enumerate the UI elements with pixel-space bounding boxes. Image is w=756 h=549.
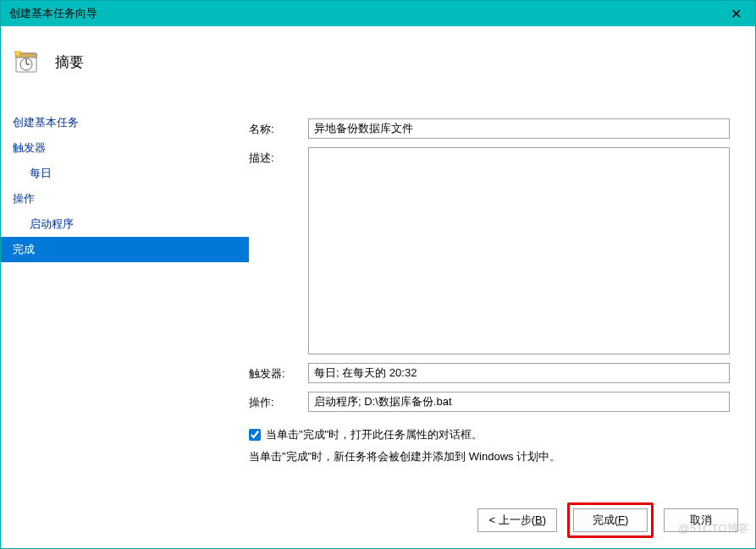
page-heading: 摘要 <box>55 52 84 72</box>
input-action <box>308 392 730 412</box>
wizard-window: 创建基本任务向导 ✕ 摘要 创建基本任务 触发器 每日 操作 启动程序 完成 <box>0 0 756 549</box>
checkbox-open-properties-label: 当单击"完成"时，打开此任务属性的对话框。 <box>266 427 483 442</box>
body-area: 创建基本任务 触发器 每日 操作 启动程序 完成 名称: 描述: 触发器: 操作… <box>1 98 755 548</box>
step-finish[interactable]: 完成 <box>1 237 249 262</box>
label-description: 描述: <box>249 147 308 166</box>
info-text: 当单击"完成"时，新任务将会被创建并添加到 Windows 计划中。 <box>249 449 730 464</box>
wizard-steps-sidebar: 创建基本任务 触发器 每日 操作 启动程序 完成 <box>1 98 249 548</box>
close-icon: ✕ <box>731 6 742 22</box>
checkbox-open-properties[interactable] <box>249 429 261 441</box>
finish-button-highlight: 完成(F) <box>567 502 654 538</box>
back-button[interactable]: < 上一步(B) <box>477 508 557 532</box>
input-trigger <box>308 363 730 383</box>
row-action: 操作: <box>249 392 730 412</box>
step-daily[interactable]: 每日 <box>1 161 249 186</box>
finish-button[interactable]: 完成(F) <box>573 508 648 532</box>
input-description[interactable] <box>308 147 730 354</box>
wizard-icon <box>13 48 40 75</box>
titlebar: 创建基本任务向导 ✕ <box>1 1 755 26</box>
content-panel: 名称: 描述: 触发器: 操作: 当单击"完成"时，打开此任务属性的对话框。 当… <box>249 98 755 548</box>
row-open-properties: 当单击"完成"时，打开此任务属性的对话框。 <box>249 427 730 442</box>
input-name[interactable] <box>308 118 730 139</box>
row-trigger: 触发器: <box>249 363 730 383</box>
step-create-basic-task[interactable]: 创建基本任务 <box>1 110 249 135</box>
row-name: 名称: <box>249 118 730 139</box>
button-bar: < 上一步(B) 完成(F) 取消 <box>477 502 738 538</box>
row-description: 描述: <box>249 147 730 354</box>
label-name: 名称: <box>249 118 308 137</box>
step-action[interactable]: 操作 <box>1 186 249 211</box>
label-trigger: 触发器: <box>249 363 308 382</box>
step-start-program[interactable]: 启动程序 <box>1 211 249 237</box>
cancel-button[interactable]: 取消 <box>664 508 738 532</box>
label-action: 操作: <box>249 392 308 410</box>
window-title: 创建基本任务向导 <box>9 6 97 21</box>
step-trigger[interactable]: 触发器 <box>1 135 249 161</box>
close-button[interactable]: ✕ <box>716 1 755 26</box>
header-area: 摘要 <box>1 26 755 98</box>
